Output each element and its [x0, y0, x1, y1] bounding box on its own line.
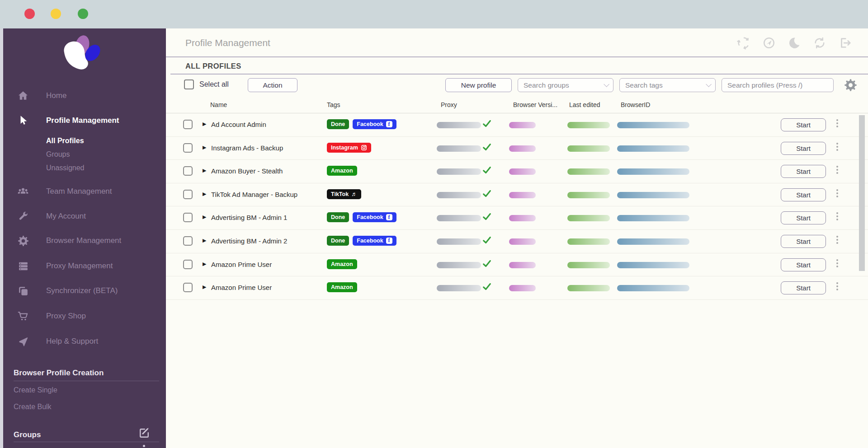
expand-caret-icon[interactable]: ▶ — [203, 145, 206, 150]
row-checkbox[interactable] — [183, 213, 193, 222]
tag-instagram[interactable]: Instagram — [327, 143, 371, 153]
send-circle-icon[interactable] — [762, 36, 776, 50]
groups-kebab-icon[interactable] — [143, 445, 145, 448]
row-checkbox[interactable] — [183, 120, 193, 129]
row-checkbox[interactable] — [183, 190, 193, 199]
profile-name[interactable]: Amazon Prime User — [211, 284, 272, 291]
column-header-last-edited[interactable]: Last edited — [569, 101, 600, 108]
column-header-proxy[interactable]: Proxy — [441, 101, 457, 108]
expand-caret-icon[interactable]: ▶ — [203, 284, 206, 290]
row-checkbox[interactable] — [183, 166, 193, 176]
browser-id-redacted-pill — [617, 168, 689, 175]
expand-caret-icon[interactable]: ▶ — [203, 238, 206, 243]
profile-name[interactable]: Advertising BM - Admin 2 — [211, 237, 287, 245]
gear-icon[interactable] — [844, 79, 857, 92]
tag-done[interactable]: Done — [327, 119, 349, 129]
select-all-checkbox[interactable] — [184, 79, 194, 89]
start-button[interactable]: Start — [781, 118, 826, 131]
logout-icon[interactable] — [838, 36, 852, 50]
start-button[interactable]: Start — [781, 188, 826, 201]
sidebar-item-all-profiles[interactable]: All Profiles — [0, 134, 166, 148]
expand-caret-icon[interactable]: ▶ — [203, 121, 206, 127]
start-button[interactable]: Start — [781, 165, 826, 178]
search-groups-select[interactable]: Search groups — [518, 78, 613, 92]
profile-name[interactable]: Amazon Buyer - Stealth — [211, 167, 283, 175]
tag-facebook[interactable]: Facebookf — [353, 236, 396, 246]
sidebar-item-proxy-shop[interactable]: Proxy Shop — [0, 309, 166, 323]
dark-mode-moon-icon[interactable] — [788, 36, 801, 50]
sidebar-item-home[interactable]: Home — [0, 89, 166, 103]
row-checkbox[interactable] — [183, 283, 193, 292]
expand-caret-icon[interactable]: ▶ — [203, 191, 206, 197]
row-checkbox[interactable] — [183, 260, 193, 269]
expand-caret-icon[interactable]: ▶ — [203, 214, 206, 220]
start-button[interactable]: Start — [781, 211, 826, 224]
recycle-icon[interactable] — [737, 36, 750, 50]
kebab-menu-icon[interactable] — [836, 212, 838, 222]
profile-name[interactable]: Instagram Ads - Backup — [211, 144, 283, 152]
kebab-menu-icon[interactable] — [836, 119, 838, 129]
tag-facebook[interactable]: Facebookf — [353, 212, 396, 222]
all-profiles-tab[interactable]: ALL PROFILES — [185, 62, 241, 70]
chevron-down-icon — [706, 81, 712, 87]
vertical-scrollbar[interactable] — [859, 115, 865, 271]
maximize-window-button[interactable] — [78, 9, 88, 19]
tag-done[interactable]: Done — [327, 212, 349, 222]
check-icon — [482, 212, 492, 222]
column-header-browser-id[interactable]: BrowserID — [621, 101, 650, 108]
search-profiles-input[interactable] — [722, 78, 834, 92]
groups-divider — [14, 442, 159, 442]
start-button[interactable]: Start — [781, 281, 826, 294]
sidebar-item-help-support[interactable]: Help & Support — [0, 335, 166, 348]
kebab-menu-icon[interactable] — [836, 236, 838, 245]
kebab-menu-icon[interactable] — [836, 282, 838, 292]
sidebar-item-profile-management[interactable]: Profile Management — [0, 114, 166, 127]
start-button[interactable]: Start — [781, 142, 826, 155]
kebab-menu-icon[interactable] — [836, 143, 838, 152]
create-bulk-link[interactable]: Create Bulk — [14, 403, 52, 411]
tag-facebook[interactable]: Facebookf — [353, 119, 396, 129]
minimize-window-button[interactable] — [51, 9, 61, 19]
edit-icon[interactable] — [138, 427, 151, 439]
create-single-link[interactable]: Create Single — [14, 386, 57, 394]
row-checkbox[interactable] — [183, 236, 193, 246]
start-button[interactable]: Start — [781, 235, 826, 248]
profile-name[interactable]: Amazon Prime User — [211, 261, 272, 268]
search-tags-select[interactable]: Search tags — [619, 78, 716, 92]
expand-caret-icon[interactable]: ▶ — [203, 168, 206, 173]
expand-caret-icon[interactable]: ▶ — [203, 261, 206, 267]
kebab-menu-icon[interactable] — [836, 259, 838, 269]
instagram-icon — [361, 145, 367, 151]
tag-done[interactable]: Done — [327, 236, 349, 246]
header-divider — [166, 56, 868, 57]
sidebar-item-unassigned[interactable]: Unassigned — [0, 161, 166, 175]
kebab-menu-icon[interactable] — [836, 166, 838, 175]
chevron-down-icon — [604, 81, 609, 87]
facebook-icon: f — [386, 121, 392, 127]
kebab-menu-icon[interactable] — [836, 189, 838, 199]
row-checkbox[interactable] — [183, 143, 193, 153]
sidebar-item-browser-management[interactable]: Browser Management — [0, 234, 166, 247]
sidebar-item-team-management[interactable]: Team Management — [0, 185, 166, 198]
sidebar-item-my-account[interactable]: My Account — [0, 210, 166, 223]
column-header-name[interactable]: Name — [210, 101, 227, 108]
refresh-icon[interactable] — [813, 36, 826, 50]
column-header-browser-version[interactable]: Browser Versi... — [513, 101, 557, 108]
profile-name[interactable]: TikTok Ad Manager - Backup — [211, 191, 297, 198]
sidebar-item-groups[interactable]: Groups — [0, 148, 166, 161]
tag-amazon[interactable]: Amazon — [327, 259, 357, 269]
start-button[interactable]: Start — [781, 258, 826, 271]
profile-name[interactable]: Advertising BM - Admin 1 — [211, 214, 287, 221]
sidebar-item-synchronizer[interactable]: Synchronizer (BETA) — [0, 284, 166, 298]
tag-amazon[interactable]: Amazon — [327, 166, 357, 176]
tag-list: DoneFacebookf — [327, 236, 396, 246]
profile-name[interactable]: Ad Account Admin — [211, 121, 266, 128]
column-header-tags[interactable]: Tags — [327, 101, 340, 108]
app-logo — [53, 33, 109, 78]
close-window-button[interactable] — [24, 9, 35, 19]
new-profile-button[interactable]: New profile — [445, 78, 512, 92]
tag-tiktok[interactable]: TikTok♬ — [327, 189, 361, 199]
sidebar-item-proxy-management[interactable]: Proxy Management — [0, 259, 166, 273]
action-button[interactable]: Action — [248, 78, 297, 92]
tag-amazon[interactable]: Amazon — [327, 282, 357, 292]
